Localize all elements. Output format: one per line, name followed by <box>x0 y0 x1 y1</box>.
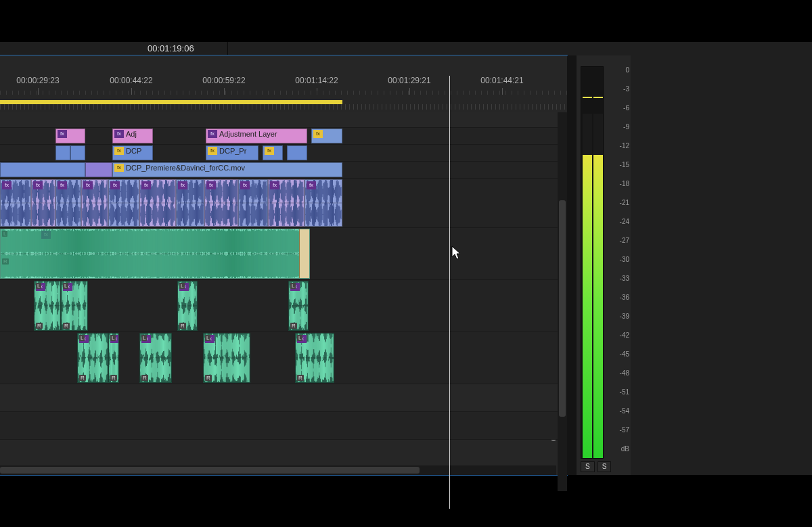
track-empty[interactable] <box>0 384 567 412</box>
meter-scale-mark: -57 <box>612 427 629 434</box>
ruler-time-label: 00:00:44:22 <box>110 76 152 85</box>
clip-label: Adj <box>126 130 137 138</box>
track-a1[interactable]: fxfxfxfxfxfxfxfxfxfxfx <box>0 179 567 228</box>
fx-badge-icon: fx <box>265 147 274 155</box>
waveform <box>1 229 309 278</box>
track-v2[interactable]: fxDCP fxDCP_Pr fx <box>0 145 567 162</box>
solo-left-button[interactable]: S <box>581 461 595 472</box>
fx-badge-icon: fx <box>114 147 124 155</box>
tracks-area[interactable]: fx fxAdj fxAdjustment Layer fx fxDCP fxD… <box>0 112 567 475</box>
work-area-bar[interactable] <box>0 100 567 104</box>
clip-main-video[interactable]: fxDCP_Premiere&Davinci_forCC.mov <box>112 162 342 177</box>
clip-audio[interactable]: fx <box>238 179 268 227</box>
clip-audio[interactable]: fxLR <box>34 281 61 331</box>
clip-video[interactable]: fxDCP_Pr <box>206 145 258 160</box>
clip-audio[interactable]: fx <box>0 179 31 227</box>
clip-audio[interactable]: fx <box>81 179 108 227</box>
meter-scale-mark: -18 <box>612 181 629 187</box>
clip-audio[interactable]: fx <box>204 179 238 227</box>
clip-label: DCP_Premiere&Davinci_forCC.mov <box>126 164 245 172</box>
ruler-time-label: 00:01:44:21 <box>480 76 523 85</box>
track-a2[interactable]: fx L R <box>0 228 567 280</box>
clip-audio[interactable]: fxLR <box>177 281 198 331</box>
clip-video[interactable] <box>55 145 70 160</box>
clip-video[interactable]: fxDCP <box>112 145 153 160</box>
track-spacer <box>0 112 567 128</box>
track-v3[interactable]: fx fxAdj fxAdjustment Layer fx <box>0 128 567 145</box>
meter-scale-mark: -12 <box>612 143 629 150</box>
clip-audio[interactable]: fx <box>176 179 204 227</box>
clip-audio[interactable]: fx <box>55 179 81 227</box>
clip-audio[interactable]: fx <box>304 179 342 227</box>
clip-video[interactable] <box>0 162 85 177</box>
meter-scale-mark: -3 <box>612 86 629 93</box>
horizontal-scrollbar[interactable] <box>0 465 556 475</box>
scrollbar-thumb[interactable] <box>559 200 566 417</box>
vertical-scrollbar[interactable] <box>558 112 567 491</box>
topbar <box>0 42 636 56</box>
sequence-timecode[interactable]: 00:01:19:06 <box>148 42 194 55</box>
clip-audio[interactable]: fxLR <box>77 333 108 383</box>
clip-audio[interactable]: fxLR <box>288 281 309 331</box>
a3-container: fxLRfxLRfxLRfxLR <box>0 280 567 331</box>
clip-audio[interactable]: fxLR <box>108 333 119 383</box>
meter-scale-mark: -36 <box>612 294 629 301</box>
timeline-panel[interactable]: 00:00:29:2300:00:44:2200:00:59:2200:01:1… <box>0 55 567 475</box>
meter-bars <box>581 66 604 459</box>
track-v1[interactable]: fxDCP_Premiere&Davinci_forCC.mov <box>0 162 567 179</box>
time-ruler[interactable]: 00:00:29:2300:00:44:2200:00:59:2200:01:1… <box>0 76 567 100</box>
clip-audio[interactable]: fx <box>108 179 139 227</box>
clip-video[interactable]: fx <box>311 129 342 143</box>
meter-scale-mark: -54 <box>612 408 629 415</box>
fx-badge-icon: fx <box>208 130 217 138</box>
ruler-time-label: 00:00:29:23 <box>16 76 59 85</box>
meter-scale-mark: -30 <box>612 256 629 263</box>
track-empty[interactable] <box>0 412 567 440</box>
topbar-right <box>636 42 812 55</box>
meter-scale-mark: -24 <box>612 219 629 225</box>
clip-audio[interactable]: fxLR <box>139 333 172 383</box>
scrollbar-thumb[interactable] <box>0 467 420 474</box>
clip-audio[interactable]: fxLR <box>295 333 334 383</box>
clip-adjustment[interactable]: fx <box>55 129 85 143</box>
clip-audio[interactable]: fxLR <box>61 281 88 331</box>
meter-scale-mark: -51 <box>612 389 629 396</box>
clip-video[interactable] <box>70 145 85 160</box>
meter-channel-l <box>583 67 592 458</box>
track-a3[interactable]: fxLRfxLRfxLRfxLR <box>0 280 567 332</box>
meter-scale-mark: -15 <box>612 162 629 168</box>
app-stage: 00:01:19:06 00:00:29:2300:00:44:2200:00:… <box>0 0 812 527</box>
clip-video[interactable] <box>287 145 307 160</box>
clip-audio[interactable]: fx <box>31 179 55 227</box>
clip-audio[interactable]: fxLR <box>203 333 250 383</box>
ruler-time-label: 00:00:59:22 <box>202 76 245 85</box>
fx-badge-icon: fx <box>313 130 323 138</box>
meter-scale-mark: -27 <box>612 237 629 244</box>
topbar-divider <box>227 42 228 55</box>
meter-level <box>583 114 592 458</box>
a4-container: fxLRfxLRfxLRfxLRfxLR <box>0 332 567 384</box>
fx-badge-icon: fx <box>114 164 124 172</box>
fx-badge-icon: fx <box>58 130 67 138</box>
track-a4[interactable]: fxLRfxLRfxLRfxLRfxLR <box>0 332 567 384</box>
a1-container: fxfxfxfxfxfxfxfxfxfxfx <box>0 179 567 227</box>
ruler-time-label: 00:01:14:22 <box>295 76 338 85</box>
clip-audio[interactable]: fx L R <box>0 229 310 279</box>
ruler-minor-ticks <box>0 104 567 110</box>
audio-meter-panel: 0-3-6-9-12-15-18-21-24-27-30-33-36-39-42… <box>577 55 631 475</box>
clip-video[interactable] <box>85 162 112 177</box>
clip-video[interactable]: fx <box>263 145 283 160</box>
clip-audio[interactable]: fx <box>268 179 304 227</box>
clip-label: Adjustment Layer <box>219 130 277 138</box>
meter-scale-mark: -6 <box>612 105 629 112</box>
meter-scale-mark: dB <box>612 446 629 453</box>
clip-audio[interactable]: fx <box>139 179 176 227</box>
clip-adjustment[interactable]: fxAdj <box>112 129 153 143</box>
audio-fade-handle[interactable] <box>299 229 309 278</box>
solo-right-button[interactable]: S <box>597 461 612 472</box>
fx-badge-icon: fx <box>208 147 217 155</box>
playhead[interactable] <box>449 76 450 509</box>
clip-adjustment[interactable]: fxAdjustment Layer <box>206 129 307 143</box>
meter-peak <box>593 97 603 98</box>
meter-scale-mark: -45 <box>612 351 629 358</box>
